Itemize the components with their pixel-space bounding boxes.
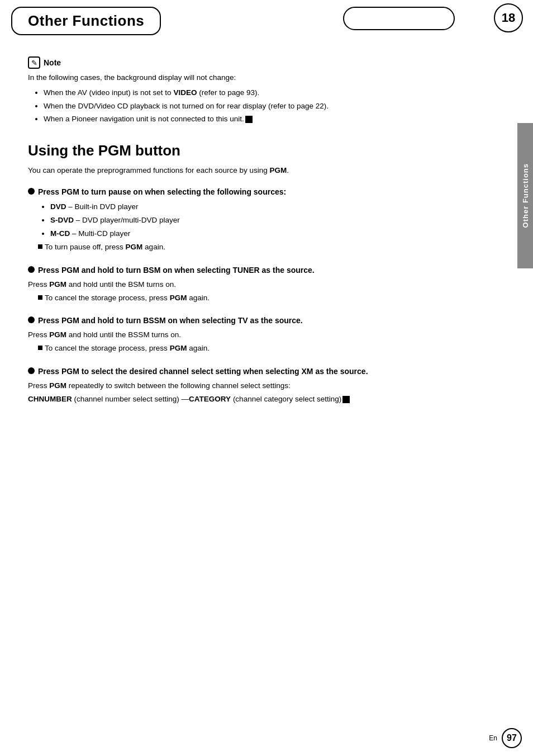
en-label: En <box>489 734 497 742</box>
subsection-1-list: DVD – Built-in DVD player S-DVD – DVD pl… <box>50 201 464 239</box>
subsection-4-heading: Press PGM to select the desired channel … <box>28 366 464 377</box>
subsection-2-heading: Press PGM and hold to turn BSM on when s… <box>28 264 464 276</box>
subsection-4-heading-text: Press PGM to select the desired channel … <box>38 366 368 377</box>
pgm-title: Using the PGM button <box>28 142 464 159</box>
stop-icon <box>245 116 253 123</box>
square-bullet-3 <box>38 346 42 350</box>
note-header: ✎ Note <box>28 56 464 69</box>
pgm-subsection-3: Press PGM and hold to turn BSSM on when … <box>28 315 464 355</box>
side-tab-label: Other Functions <box>521 163 530 228</box>
stop-icon-2 <box>342 396 350 403</box>
main-content: ✎ Note In the following cases, the backg… <box>0 35 497 427</box>
subsection-2-note-text: To cancel the storage process, press PGM… <box>45 292 210 304</box>
subsection-4-body: Press PGM repeatedly to switch between t… <box>28 380 464 391</box>
subsection-3-note-text: To cancel the storage process, press PGM… <box>45 343 210 354</box>
note-section: ✎ Note In the following cases, the backg… <box>28 56 464 125</box>
subsection-1-note-text: To turn pause off, press PGM again. <box>45 242 165 253</box>
list-item-dvd: DVD – Built-in DVD player <box>50 201 464 213</box>
pgm-intro: You can operate the preprogrammed functi… <box>28 165 464 176</box>
square-bullet-1 <box>38 244 42 249</box>
title-box: Other Functions <box>11 7 161 35</box>
list-item-mcd: M-CD – Multi-CD player <box>50 228 464 240</box>
subsection-1-heading: Press PGM to turn pause on when selectin… <box>28 186 464 198</box>
list-item-sdvd: S-DVD – DVD player/multi-DVD player <box>50 214 464 226</box>
section-number-box: Section 18 <box>494 3 523 32</box>
page-title: Other Functions <box>28 12 144 30</box>
subsection-2-note: To cancel the storage process, press PGM… <box>38 292 464 304</box>
side-tab: Other Functions <box>517 123 533 268</box>
subsection-3-heading-text: Press PGM and hold to turn BSSM on when … <box>38 315 303 327</box>
bullet-circle-2 <box>28 266 35 273</box>
section-number: 18 <box>502 11 515 25</box>
subsection-3-heading: Press PGM and hold to turn BSSM on when … <box>28 315 464 327</box>
subsection-3-body: Press PGM and hold until the BSSM turns … <box>28 329 464 341</box>
subsection-1-heading-text: Press PGM to turn pause on when selectin… <box>38 186 286 198</box>
pgm-subsection-4: Press PGM to select the desired channel … <box>28 366 464 405</box>
subsection-2-body: Press PGM and hold until the BSM turns o… <box>28 279 464 290</box>
bullet-circle-4 <box>28 367 35 374</box>
note-bullets: When the AV (video input) is not set to … <box>44 87 464 125</box>
bullet-circle-3 <box>28 316 35 323</box>
subsection-3-note: To cancel the storage process, press PGM… <box>38 343 464 354</box>
page-header: Other Functions Section 18 <box>0 0 533 35</box>
footer: En 97 <box>489 728 522 748</box>
section-label: Section <box>498 0 519 1</box>
note-icon: ✎ <box>28 56 40 69</box>
note-bullet-3: When a Pioneer navigation unit is not co… <box>44 113 464 125</box>
bullet-circle-1 <box>28 188 35 195</box>
subsection-1-note: To turn pause off, press PGM again. <box>38 242 464 253</box>
pgm-section: Using the PGM button You can operate the… <box>28 142 464 405</box>
page-number: 97 <box>502 728 522 748</box>
note-label: Note <box>44 58 61 67</box>
subsection-4-extra: CHNUMBER (channel number select setting)… <box>28 394 464 405</box>
section-bubble <box>343 7 455 30</box>
pgm-subsection-1: Press PGM to turn pause on when selectin… <box>28 186 464 253</box>
pgm-subsection-2: Press PGM and hold to turn BSM on when s… <box>28 264 464 304</box>
note-bullet-1: When the AV (video input) is not set to … <box>44 87 464 99</box>
subsection-2-heading-text: Press PGM and hold to turn BSM on when s… <box>38 264 315 276</box>
square-bullet-2 <box>38 295 42 300</box>
note-intro: In the following cases, the background d… <box>28 72 464 83</box>
note-bullet-2: When the DVD/Video CD playback is not tu… <box>44 100 464 112</box>
